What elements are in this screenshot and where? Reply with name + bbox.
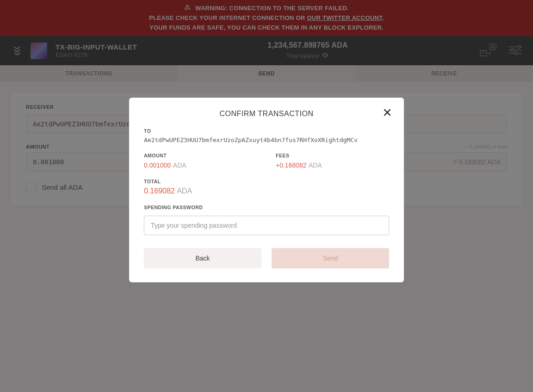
modal-amount-label: AMOUNT <box>144 153 257 158</box>
modal-fees-unit: ADA <box>309 162 322 169</box>
send-button[interactable]: Send <box>272 248 389 268</box>
modal-total-value: 0.169082 <box>144 187 175 195</box>
close-icon[interactable] <box>383 108 392 119</box>
to-label: TO <box>144 128 389 134</box>
modal-amount-value: 0.001000 <box>144 162 171 169</box>
confirm-transaction-modal: CONFIRM TRANSACTION TO Ae2tdPwUPEZ3HUU7b… <box>129 98 404 282</box>
modal-fees-value: +0.168082 <box>276 162 307 169</box>
modal-total-unit: ADA <box>177 187 192 195</box>
password-label: SPENDING PASSWORD <box>144 205 389 210</box>
modal-amount-unit: ADA <box>173 162 186 169</box>
to-address: Ae2tdPwUPEZ3HUU7bmfexrUzoZpAZxuyt4b4bn7f… <box>144 137 389 143</box>
modal-overlay: CONFIRM TRANSACTION TO Ae2tdPwUPEZ3HUU7b… <box>0 0 533 392</box>
spending-password-input[interactable] <box>144 216 389 235</box>
modal-total-label: TOTAL <box>144 179 389 184</box>
modal-fees-label: FEES <box>276 153 389 158</box>
modal-title: CONFIRM TRANSACTION <box>144 110 389 118</box>
back-button[interactable]: Back <box>144 248 261 268</box>
